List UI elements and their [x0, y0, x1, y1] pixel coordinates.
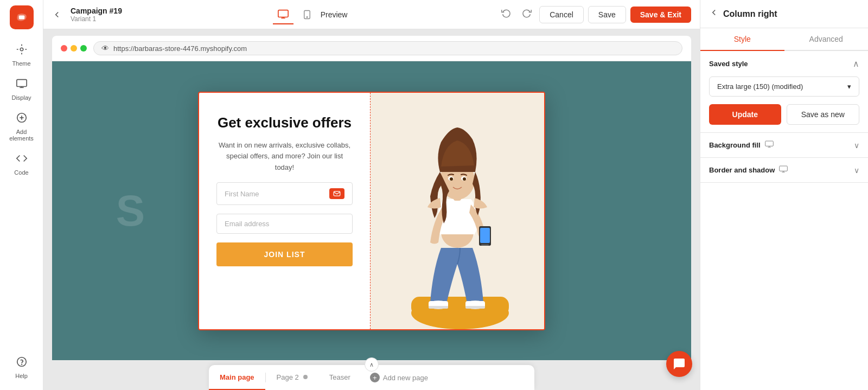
tab-teaser[interactable]: Teaser	[318, 366, 361, 390]
browser-chrome-wrapper: 👁 https://barbaras-store-4476.myshopify.…	[52, 36, 691, 61]
back-button[interactable]	[52, 10, 62, 20]
url-text: https://barbaras-store-4476.myshopify.co…	[113, 44, 247, 53]
border-shadow-chevron-icon: ∨	[854, 166, 859, 175]
svg-point-33	[450, 177, 453, 181]
svg-rect-1	[18, 16, 24, 20]
top-header: Campaign #19 Variant 1 Preview	[43, 0, 700, 29]
svg-rect-3	[16, 80, 26, 87]
browser-dot-red	[61, 45, 67, 52]
svg-rect-27	[480, 228, 490, 243]
style-dropdown-value: Extra large (150) (modified)	[717, 82, 803, 91]
tab-main-page[interactable]: Main page	[209, 366, 265, 390]
update-button[interactable]: Update	[709, 104, 781, 125]
redo-button[interactable]	[519, 6, 535, 23]
header-center: Preview	[131, 5, 489, 24]
right-panel-tabs: Style Advanced	[700, 28, 868, 51]
tab-page-2[interactable]: Page 2	[266, 366, 318, 390]
sidebar-item-help[interactable]: Help	[11, 350, 32, 385]
header-right: Cancel Save Save & Exit	[498, 6, 691, 23]
email-input[interactable]: Email address	[216, 214, 353, 234]
svg-rect-38	[780, 166, 788, 171]
browser-dots	[61, 45, 87, 52]
desktop-device-button[interactable]	[273, 5, 293, 24]
campaign-variant: Variant 1	[71, 15, 122, 23]
browser-dot-yellow	[71, 45, 77, 52]
saved-style-header: Saved style ∧	[700, 51, 868, 76]
saved-style-collapse-icon[interactable]: ∧	[853, 59, 859, 69]
chat-fab-button[interactable]	[666, 351, 692, 377]
background-fill-accordion[interactable]: Background fill ∨	[700, 133, 868, 157]
right-panel-back-button[interactable]	[709, 8, 719, 20]
popup-cta-button[interactable]: JOIN LIST	[216, 242, 353, 266]
svg-point-2	[20, 48, 23, 51]
background-fill-text: Background fill	[709, 141, 761, 149]
dropdown-arrow-icon: ▾	[847, 82, 851, 91]
svg-rect-25	[465, 306, 485, 309]
background-fill-chevron-icon: ∨	[854, 141, 859, 150]
action-row: Update Save as new	[709, 104, 859, 125]
browser-dot-green	[80, 45, 87, 52]
display-icon	[16, 78, 28, 92]
input-icon	[329, 188, 344, 199]
background-fill-label: Background fill	[709, 140, 774, 150]
svg-point-34	[463, 177, 466, 181]
popup-subtext: Want in on new arrivals, exclusive colla…	[216, 140, 353, 174]
panel-divider-3	[700, 182, 868, 183]
popup-right-column	[371, 93, 544, 329]
browser-url-bar[interactable]: 👁 https://barbaras-store-4476.myshopify.…	[93, 41, 682, 55]
sidebar-item-add[interactable]: Add elements	[0, 106, 43, 147]
sidebar-item-code[interactable]: Code	[0, 147, 43, 181]
tab-advanced[interactable]: Advanced	[784, 28, 869, 51]
mobile-device-button[interactable]	[298, 5, 316, 24]
svg-rect-19	[411, 297, 509, 316]
sidebar-item-display[interactable]: Display	[0, 72, 43, 106]
save-button[interactable]: Save	[588, 6, 626, 23]
sidebar-item-theme[interactable]: Theme	[0, 38, 43, 72]
svg-rect-35	[765, 141, 773, 146]
app-logo[interactable]	[10, 5, 34, 29]
border-shadow-label: Border and shadow	[709, 165, 788, 175]
svg-rect-16	[334, 191, 340, 196]
svg-point-15	[307, 16, 308, 17]
add-circle-icon: +	[370, 373, 380, 382]
add-page-label: Add new page	[383, 374, 428, 382]
canvas-area: 👁 https://barbaras-store-4476.myshopify.…	[43, 29, 700, 390]
page-tabs-container: ∧ Main page Page 2 Teaser + Add new page	[209, 365, 534, 390]
border-shadow-text: Border and shadow	[709, 166, 775, 174]
add-icon	[16, 112, 28, 126]
saved-style-label: Saved style	[709, 60, 748, 68]
tab-style[interactable]: Style	[700, 28, 784, 51]
preview-label: Preview	[321, 10, 348, 19]
svg-point-10	[21, 364, 22, 365]
bottom-pages-area: ∧ Main page Page 2 Teaser + Add new page	[43, 360, 700, 390]
border-shadow-monitor-icon	[779, 165, 788, 175]
left-sidebar: Theme Display Add elements	[0, 0, 43, 390]
browser-chrome: 👁 https://barbaras-store-4476.myshopify.…	[52, 36, 691, 61]
cancel-button[interactable]: Cancel	[539, 6, 584, 23]
svg-rect-28	[481, 244, 489, 246]
popup-overlay: Get exclusive offers Want in on new arri…	[198, 92, 545, 330]
save-exit-button[interactable]: Save & Exit	[630, 7, 691, 23]
woman-illustration	[376, 96, 539, 329]
style-dropdown[interactable]: Extra large (150) (modified) ▾	[709, 76, 859, 97]
eye-icon: 👁	[101, 44, 109, 53]
tab-page-2-label: Page 2	[277, 373, 299, 381]
popup-canvas: S y Get exclusive offers Want in on new …	[52, 61, 691, 360]
campaign-info: Campaign #19 Variant 1	[71, 7, 122, 23]
border-shadow-accordion[interactable]: Border and shadow ∨	[700, 158, 868, 182]
right-panel-title: Column right	[723, 9, 777, 19]
save-as-new-button[interactable]: Save as new	[787, 104, 860, 125]
tab-teaser-label: Teaser	[329, 373, 350, 381]
expand-toggle[interactable]: ∧	[365, 357, 379, 372]
help-icon	[16, 356, 28, 370]
popup-left-column: Get exclusive offers Want in on new arri…	[199, 93, 371, 329]
campaign-title: Campaign #19	[71, 7, 122, 15]
right-panel-header: Column right	[700, 0, 868, 28]
theme-icon	[16, 43, 28, 58]
sidebar-item-help-label: Help	[15, 373, 28, 379]
first-name-input[interactable]: First Name	[216, 182, 353, 205]
undo-button[interactable]	[498, 6, 514, 23]
main-area: Campaign #19 Variant 1 Preview	[43, 0, 700, 390]
sidebar-item-display-label: Display	[11, 94, 31, 101]
sidebar-item-theme-label: Theme	[12, 60, 30, 67]
